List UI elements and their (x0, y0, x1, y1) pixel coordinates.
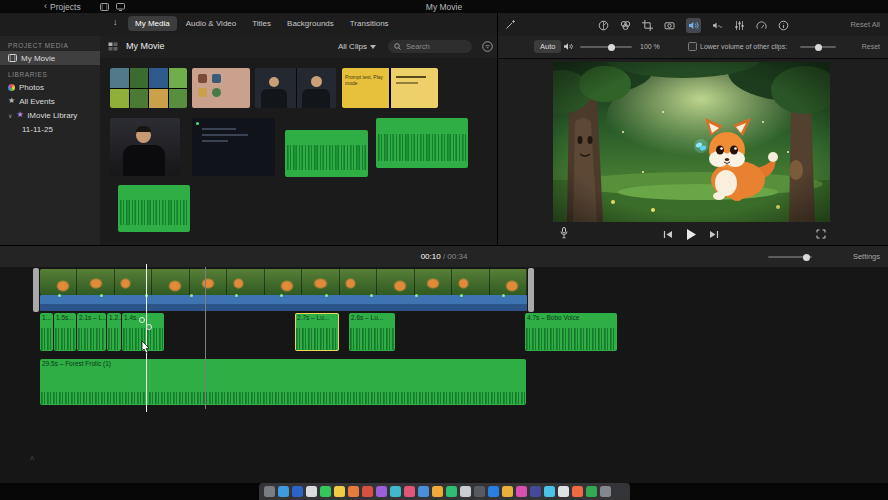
filmstrip-frame[interactable] (415, 269, 452, 295)
timeline-zoom-knob[interactable] (803, 254, 810, 261)
search-input[interactable] (404, 41, 466, 52)
filmstrip-frame[interactable] (340, 269, 377, 295)
audio-clip[interactable]: 2.6s – Lu... (349, 313, 395, 351)
keyframe-dot[interactable] (100, 294, 103, 297)
audio-clip[interactable]: 4.7s – Bobo Voice (525, 313, 617, 351)
dock-app-icon[interactable] (292, 486, 303, 497)
lower-volume-checkbox[interactable] (688, 42, 697, 51)
ducking-slider[interactable] (800, 46, 836, 48)
dock-app-icon[interactable] (488, 486, 499, 497)
audio-clip[interactable]: 1... (40, 313, 53, 351)
dock-app-icon[interactable] (320, 486, 331, 497)
dock-app-icon[interactable] (376, 486, 387, 497)
crop-icon[interactable] (642, 20, 653, 31)
keyframe-dot[interactable] (502, 294, 505, 297)
filmstrip-frame[interactable] (302, 269, 339, 295)
sidebar-item-imovie-library[interactable]: ∨ ★ iMovie Library (0, 108, 100, 122)
dock-app-icon[interactable] (264, 486, 275, 497)
clip-trim-handle-right[interactable] (528, 268, 534, 312)
filter-circle-icon[interactable] (482, 41, 493, 52)
dock-app-icon[interactable] (404, 486, 415, 497)
sidebar-item-photos[interactable]: Photos (0, 80, 100, 94)
background-music-clip[interactable]: 29.5s – Forest Frolic (1) (40, 359, 526, 405)
noise-reduction-icon[interactable] (712, 20, 723, 31)
dock-app-icon[interactable] (516, 486, 527, 497)
sidebar-item-all-events[interactable]: ★ All Events (0, 94, 100, 108)
keyframe-dot[interactable] (58, 294, 61, 297)
dock-app-icon[interactable] (558, 486, 569, 497)
display-icon[interactable] (116, 3, 125, 11)
filmstrip-frame[interactable] (490, 269, 527, 295)
keyframe-dot[interactable] (325, 294, 328, 297)
dock-app-icon[interactable] (614, 486, 625, 497)
clip-trim-handle-left[interactable] (33, 268, 39, 312)
playhead[interactable] (146, 264, 147, 412)
keyframe-dot[interactable] (460, 294, 463, 297)
keyframe-dot[interactable] (415, 294, 418, 297)
dock-app-icon[interactable] (348, 486, 359, 497)
audio-clip[interactable]: 1.2... (107, 313, 121, 351)
info-icon[interactable] (778, 20, 789, 31)
dock-app-icon[interactable] (460, 486, 471, 497)
dock-app-icon[interactable] (572, 486, 583, 497)
voiceover-mic-icon[interactable] (560, 227, 568, 239)
media-thumbnail-collage[interactable] (110, 68, 187, 108)
audio-clip[interactable]: 2.1s – L... (77, 313, 106, 351)
filmstrip-frame[interactable] (40, 269, 77, 295)
timeline-filmstrip[interactable] (40, 269, 527, 295)
media-thumbnail-apps[interactable] (192, 68, 250, 108)
audio-clip-thumbnail[interactable] (376, 118, 468, 168)
play-button[interactable] (686, 229, 696, 240)
filmstrip-frame[interactable] (452, 269, 489, 295)
volume-slider-knob[interactable] (608, 44, 615, 51)
dock-app-icon[interactable] (474, 486, 485, 497)
filmstrip-frame[interactable] (152, 269, 189, 295)
dock-app-icon[interactable] (600, 486, 611, 497)
filmstrip-frame[interactable] (77, 269, 114, 295)
filmstrip-frame[interactable] (227, 269, 264, 295)
dock-app-icon[interactable] (334, 486, 345, 497)
timeline-zoom-slider[interactable] (768, 256, 812, 258)
ducking-slider-knob[interactable] (815, 44, 822, 51)
video-audio-track[interactable] (40, 295, 527, 311)
speed-icon[interactable] (756, 20, 767, 31)
volume-icon[interactable] (686, 18, 701, 33)
timeline-settings-button[interactable]: Settings (853, 252, 880, 261)
tab-audio-video[interactable]: Audio & Video (179, 16, 244, 31)
back-to-projects-button[interactable]: ‹ Projects (44, 2, 81, 12)
dock-app-icon[interactable] (446, 486, 457, 497)
volume-slider[interactable] (580, 46, 632, 48)
keyframe-dot[interactable] (235, 294, 238, 297)
media-thumbnail-man[interactable] (110, 118, 180, 176)
dock-app-icon[interactable] (586, 486, 597, 497)
dock-app-icon[interactable] (530, 486, 541, 497)
sidebar-item-library-date[interactable]: 11-11-25 (0, 122, 100, 136)
import-down-arrow-icon[interactable]: ↓ (113, 18, 118, 27)
keyframe-handle[interactable] (146, 324, 152, 330)
keyframe-handle[interactable] (139, 317, 145, 323)
dock-app-icon[interactable] (306, 486, 317, 497)
skip-back-button[interactable] (663, 230, 673, 239)
dock-app-icon[interactable] (502, 486, 513, 497)
media-browser-icon[interactable] (100, 3, 109, 11)
audio-clip[interactable]: 1.5s... (54, 313, 76, 351)
enhance-wand-icon[interactable] (505, 19, 516, 30)
tab-backgrounds[interactable]: Backgrounds (280, 16, 341, 31)
media-thumbnail-screen[interactable] (192, 118, 275, 176)
audio-clip-selected[interactable]: 2.7s – Lu... (295, 313, 339, 351)
reset-all-button[interactable]: Reset All (850, 20, 880, 29)
dock[interactable] (259, 483, 630, 500)
auto-volume-button[interactable]: Auto (534, 40, 561, 53)
equalizer-icon[interactable] (734, 20, 745, 31)
dock-app-icon[interactable] (544, 486, 555, 497)
filmstrip-frame[interactable] (377, 269, 414, 295)
audio-clip-thumbnail[interactable] (285, 130, 368, 177)
filmstrip-frame[interactable] (265, 269, 302, 295)
audio-clip-thumbnail[interactable] (118, 185, 190, 232)
dock-app-icon[interactable] (418, 486, 429, 497)
clip-appearance-icon[interactable] (108, 42, 118, 51)
keyframe-dot[interactable] (280, 294, 283, 297)
search-box[interactable] (388, 40, 472, 53)
media-thumbnail-slides[interactable]: Prompt test, Play mode (342, 68, 438, 108)
dock-app-icon[interactable] (362, 486, 373, 497)
